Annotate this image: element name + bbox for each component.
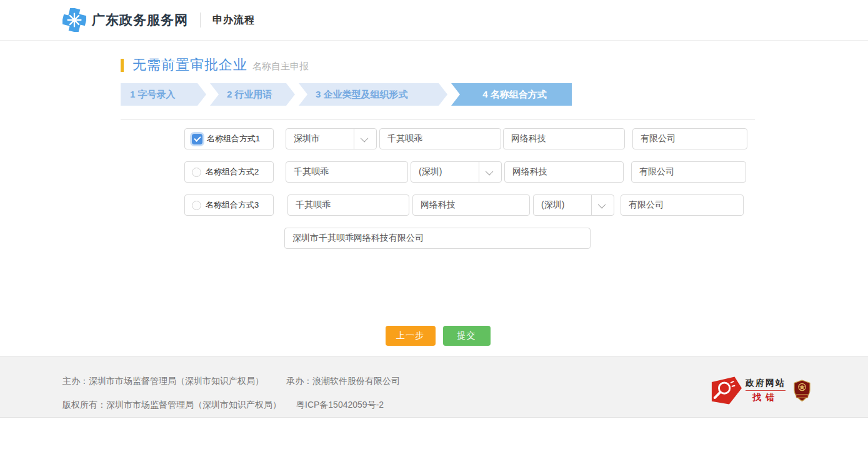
action-buttons: 上一步 提交 [121,326,755,346]
police-shield-badge-icon[interactable] [794,380,811,402]
page-title-header: 申办流程 [212,14,255,27]
host-label: 主办： [62,376,89,386]
region-select-row1-value: 深圳市 [286,129,354,149]
region-select-row2[interactable]: (深圳) [411,161,502,183]
step-2-hangye[interactable]: 2 行业用语 [210,83,295,106]
orgform-input-row3[interactable] [621,194,744,216]
region-select-row1[interactable]: 深圳市 [286,128,377,149]
page-title: 无需前置审批企业 [132,56,247,74]
combo-option-1[interactable]: 名称组合方式1 [184,128,274,149]
host-value: 深圳市市场监督管理局（深圳市知识产权局） [89,376,264,386]
site-name: 广东政务服务网 [92,11,188,29]
radio-unchecked-icon[interactable] [192,201,201,210]
gov-site-find-error-badge[interactable]: 政府网站 找错 [711,376,786,405]
section-divider [121,119,755,120]
step-3-leixing[interactable]: 3 企业类型及组织形式 [299,83,447,106]
title-accent-bar [121,59,124,72]
radio-unchecked-icon[interactable] [192,168,201,177]
region-select-row3-value: (深圳) [534,195,591,215]
name-combo-row-3: 名称组合方式3 (深圳) [184,194,755,216]
main-content: 无需前置审批企业 名称自主申报 1 字号录入 2 行业用语 3 企业类型及组织形… [121,56,755,346]
industry-input-row3[interactable] [412,194,530,216]
header: 广东政务服务网 申办流程 [0,0,868,41]
page-heading: 无需前置审批企业 名称自主申报 [121,56,755,74]
undertake-label: 承办： [286,376,312,386]
gdzwfw-pinwheel-logo-icon [62,8,86,32]
region-select-row3[interactable]: (深圳) [533,194,614,216]
name-combo-row-2: 名称组合方式2 (深圳) [184,161,755,183]
name-combo-row-1: 名称组合方式1 深圳市 [184,128,755,149]
industry-input-row2[interactable] [504,161,624,183]
copyright-label: 版权所有： [62,400,106,410]
page-subtitle: 名称自主申报 [252,61,309,73]
tradename-input-row3[interactable] [287,194,409,216]
chevron-down-icon[interactable] [354,129,376,149]
step-1-zihao[interactable]: 1 字号录入 [121,83,206,106]
step-indicator: 1 字号录入 2 行业用语 3 企业类型及组织形式 4 名称组合方式 [121,83,755,106]
header-divider [200,13,201,28]
tradename-input-row1[interactable] [379,128,501,149]
find-error-badge-line2: 找错 [746,390,786,403]
full-name-row [284,228,755,249]
checkbox-checked-icon[interactable] [192,134,202,144]
chevron-down-icon[interactable] [591,195,614,215]
orgform-input-row2[interactable] [631,161,746,183]
find-error-magnifier-icon [711,376,742,405]
submit-button[interactable]: 提交 [443,326,491,346]
previous-step-button[interactable]: 上一步 [386,326,436,346]
tradename-input-row2[interactable] [286,161,408,183]
full-company-name-input[interactable] [284,228,591,249]
industry-input-row1[interactable] [503,128,625,149]
orgform-input-row1[interactable] [632,128,747,149]
step-4-zuhe-active[interactable]: 4 名称组合方式 [451,83,572,106]
combo-option-2[interactable]: 名称组合方式2 [184,161,274,183]
footer: 主办：深圳市市场监督管理局（深圳市知识产权局）承办：浪潮软件股份有限公司 版权所… [0,356,868,418]
undertake-value: 浪潮软件股份有限公司 [312,376,400,386]
combo-option-2-label: 名称组合方式2 [206,166,259,178]
region-select-row2-value: (深圳) [411,162,479,182]
footer-badges: 政府网站 找错 [711,376,811,405]
combo-option-1-label: 名称组合方式1 [207,133,260,144]
copyright-value: 深圳市市场监督管理局（深圳市知识产权局） [106,400,281,410]
chevron-down-icon[interactable] [479,162,501,182]
combo-option-3-label: 名称组合方式3 [206,199,259,211]
combo-option-3[interactable]: 名称组合方式3 [184,194,274,216]
icp-number: 粤ICP备15042059号-2 [296,400,384,410]
find-error-badge-line1: 政府网站 [746,378,786,388]
